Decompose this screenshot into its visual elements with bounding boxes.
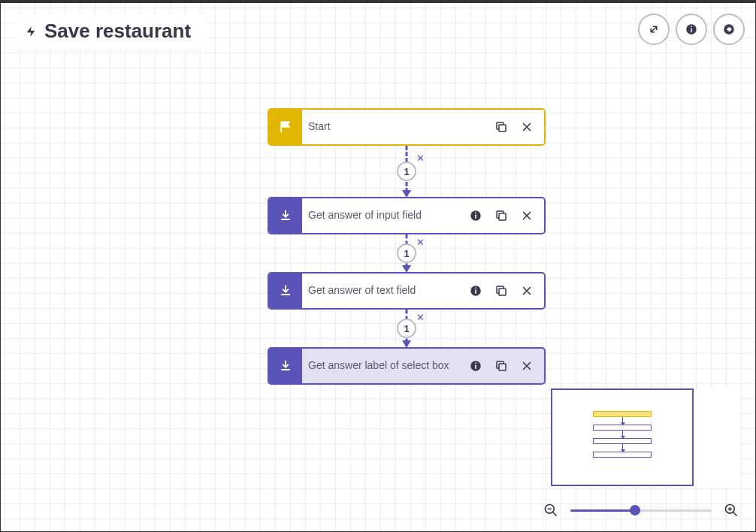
node-label: Get answer of text field [302, 274, 466, 308]
flow-node-get-text-answer[interactable]: Get answer of text field [268, 272, 546, 310]
svg-rect-15 [475, 363, 476, 364]
fullscreen-button[interactable] [638, 14, 670, 45]
download-icon [269, 349, 302, 383]
connector-delete-icon[interactable]: ✕ [416, 237, 425, 248]
minimap[interactable] [551, 388, 739, 486]
zoom-slider[interactable] [570, 503, 712, 518]
svg-rect-8 [499, 213, 506, 220]
minimap-nodes [593, 411, 652, 458]
svg-rect-2 [691, 26, 692, 28]
connector-delete-icon[interactable]: ✕ [416, 153, 425, 164]
minimap-node [593, 452, 652, 458]
info-icon[interactable] [466, 281, 485, 301]
svg-rect-11 [475, 288, 476, 289]
lightning-icon [25, 23, 37, 41]
info-icon[interactable] [466, 206, 485, 225]
flow-node-get-input-answer[interactable]: Get answer of input field [268, 197, 546, 234]
zoom-in-button[interactable] [724, 503, 739, 518]
flow-connector: 1 ✕ [268, 146, 546, 197]
copy-icon[interactable] [491, 356, 511, 376]
svg-rect-4 [499, 125, 506, 131]
top-action-bar [638, 14, 745, 45]
close-icon[interactable] [517, 117, 537, 137]
copy-icon[interactable] [491, 281, 511, 301]
connector-delete-icon[interactable]: ✕ [416, 312, 425, 323]
minimap-node [593, 438, 652, 444]
flow-title-chip[interactable]: Save restaurant [14, 14, 207, 50]
next-button[interactable] [713, 14, 745, 45]
minimap-node [593, 411, 652, 417]
copy-icon[interactable] [491, 117, 511, 137]
svg-rect-12 [499, 289, 506, 295]
download-icon [269, 274, 302, 308]
connector-badge[interactable]: 1 [397, 319, 416, 338]
flow-connector: 1 ✕ [268, 234, 546, 272]
svg-rect-16 [499, 364, 506, 370]
zoom-out-button[interactable] [543, 503, 558, 518]
connector-badge[interactable]: 1 [397, 162, 416, 181]
close-icon[interactable] [517, 356, 537, 376]
flow-node-get-select-answer[interactable]: Get answer label of select box [268, 347, 546, 385]
svg-rect-10 [475, 290, 476, 294]
flow-title-text: Save restaurant [44, 20, 191, 43]
node-label: Get answer label of select box [302, 349, 466, 383]
svg-rect-14 [475, 365, 476, 369]
minimap-viewport[interactable] [551, 388, 694, 486]
download-icon [269, 198, 302, 233]
svg-rect-7 [475, 213, 476, 214]
svg-rect-6 [475, 215, 476, 219]
info-icon[interactable] [466, 356, 485, 376]
flag-icon [269, 110, 302, 144]
node-label: Start [302, 110, 491, 144]
flow-diagram: Start 1 ✕ Get answer of input fiel [268, 108, 546, 385]
info-button[interactable] [676, 14, 707, 45]
flow-connector: 1 ✕ [268, 310, 546, 347]
svg-rect-1 [691, 29, 692, 32]
copy-icon[interactable] [491, 206, 511, 225]
node-label: Get answer of input field [302, 198, 466, 233]
zoom-controls [543, 503, 739, 518]
flow-editor-canvas: Save restaurant Start [0, 0, 756, 532]
connector-badge[interactable]: 1 [397, 243, 416, 263]
close-icon[interactable] [517, 281, 537, 301]
minimap-node [593, 425, 652, 431]
flow-node-start[interactable]: Start [268, 108, 546, 146]
close-icon[interactable] [517, 206, 537, 225]
